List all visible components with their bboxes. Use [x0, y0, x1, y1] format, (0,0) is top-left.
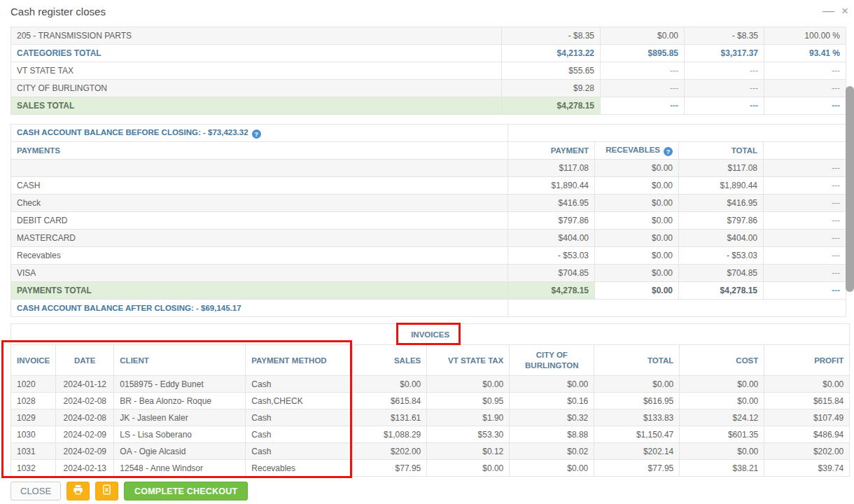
- table-cell: ---: [685, 97, 764, 115]
- categories-total-row: CATEGORIES TOTAL $4,213.22 $895.85 $3,31…: [11, 45, 846, 62]
- invoice-row: 1029 2024-02-08 JK - Jasleen Kaler Cash …: [11, 410, 850, 426]
- table-cell: ---: [764, 177, 846, 195]
- table-cell: 93.41 %: [764, 45, 846, 62]
- table-cell: 100.00 %: [764, 27, 846, 45]
- minimize-icon[interactable]: —: [822, 3, 834, 20]
- table-cell: $486.94: [764, 426, 850, 443]
- table-cell: $0.00: [680, 443, 764, 460]
- invoice-date: 2024-01-12: [56, 376, 114, 393]
- invoice-row: 1030 2024-02-09 LS - Lisa Soberano Cash …: [11, 426, 850, 443]
- table-cell: ---: [764, 97, 846, 115]
- footer-toolbar: CLOSE COMPLETE CHECKOUT: [10, 482, 248, 500]
- invoice-date: 2024-02-09: [56, 426, 114, 443]
- table-cell: $895.85: [601, 45, 685, 62]
- column-header: PAYMENTS: [11, 142, 508, 160]
- table-cell: $133.83: [594, 410, 680, 426]
- table-cell: $117.08: [679, 160, 764, 177]
- table-cell: $1,150.47: [594, 426, 680, 443]
- invoice-row: 1031 2024-02-09 OA - Ogie Alcasid Cash $…: [11, 443, 850, 460]
- category-label: VT STATE TAX: [11, 62, 502, 80]
- table-cell: $8.88: [510, 426, 594, 443]
- balance-after-text: CASH ACCOUNT BALANCE AFTER CLOSING: - $6…: [11, 300, 508, 317]
- invoice-client: 0158975 - Eddy Bunet: [114, 376, 246, 393]
- window-controls: — ×: [822, 3, 848, 20]
- table-row: Check $416.95 $0.00 $416.95 ---: [11, 195, 846, 212]
- vertical-scrollbar-thumb[interactable]: [846, 86, 854, 292]
- table-cell: $704.85: [508, 265, 595, 282]
- help-icon[interactable]: ?: [252, 130, 261, 139]
- table-cell: - $8.35: [502, 27, 601, 45]
- table-cell: $0.00: [595, 282, 679, 300]
- column-header: TOTAL: [679, 142, 764, 160]
- table-cell: $0.00: [595, 177, 679, 195]
- invoice-date: 2024-02-08: [56, 410, 114, 426]
- payments-table: CASH ACCOUNT BALANCE BEFORE CLOSING: - $…: [10, 124, 846, 317]
- table-cell: ---: [601, 80, 685, 97]
- column-header: DATE: [56, 345, 114, 376]
- table-cell: $39.74: [764, 460, 850, 477]
- payment-method-label: MASTERCARD: [11, 230, 508, 247]
- table-cell: ---: [764, 247, 846, 265]
- invoice-row: 1032 2024-02-13 12548 - Anne Windsor Rec…: [11, 460, 850, 477]
- table-cell: ---: [764, 62, 846, 80]
- table-cell: $0.00: [510, 376, 594, 393]
- recevables-header-label: RECEVABLES: [606, 146, 660, 154]
- table-cell: $202.00: [353, 443, 427, 460]
- table-cell: $404.00: [508, 230, 595, 247]
- table-row: 205 - TRANSMISSION PARTS - $8.35 $0.00 -…: [11, 27, 846, 45]
- invoices-header-row: INVOICE DATE CLIENT PAYMENT METHOD SALES…: [11, 345, 850, 376]
- export-excel-button[interactable]: [95, 482, 118, 500]
- complete-checkout-button[interactable]: COMPLETE CHECKOUT: [124, 482, 248, 500]
- column-header: SALES: [353, 345, 427, 376]
- column-header: TOTAL: [594, 345, 680, 376]
- table-cell: ---: [601, 62, 685, 80]
- payment-method-label: PAYMENTS TOTAL: [11, 282, 508, 300]
- sales-total-row: SALES TOTAL $4,278.15 --- --- ---: [11, 97, 846, 115]
- column-header: CLIENT: [114, 345, 246, 376]
- close-icon[interactable]: ×: [841, 3, 848, 20]
- table-cell: ---: [685, 62, 764, 80]
- payments-header-row: PAYMENTS PAYMENT RECEVABLES? TOTAL: [11, 142, 846, 160]
- table-row: CASH $1,890.44 $0.00 $1,890.44 ---: [11, 177, 846, 195]
- table-cell: $0.00: [595, 212, 679, 230]
- invoices-caption: INVOICES: [11, 324, 850, 345]
- table-cell: - $53.03: [679, 247, 764, 265]
- invoice-client: OA - Ogie Alcasid: [114, 443, 246, 460]
- table-cell: $615.84: [353, 393, 427, 410]
- invoice-number: 1028: [11, 393, 56, 410]
- invoices-caption-row: INVOICES: [11, 324, 850, 345]
- column-header: [764, 142, 846, 160]
- column-header: PAYMENT: [508, 142, 595, 160]
- table-cell: $202.00: [764, 443, 850, 460]
- table-cell: $601.35: [680, 426, 764, 443]
- column-header: COST: [680, 345, 764, 376]
- balance-before-label: CASH ACCOUNT BALANCE BEFORE CLOSING: - $…: [17, 128, 248, 136]
- help-icon[interactable]: ?: [664, 147, 673, 156]
- table-cell: $117.08: [508, 160, 595, 177]
- page-title: Cash register closes: [10, 6, 106, 18]
- table-cell: $1,088.29: [353, 426, 427, 443]
- payment-method-label: DEBIT CARD: [11, 212, 508, 230]
- invoice-payment-method: Cash: [246, 410, 353, 426]
- table-cell: $3,317.37: [685, 45, 764, 62]
- table-cell: $0.00: [427, 376, 510, 393]
- table-cell: $0.00: [680, 393, 764, 410]
- table-row: Recevables - $53.03 $0.00 - $53.03 ---: [11, 247, 846, 265]
- printer-icon: [73, 484, 83, 498]
- invoice-date: 2024-02-08: [56, 393, 114, 410]
- payment-method-label: Recevables: [11, 247, 508, 265]
- print-button[interactable]: [66, 482, 90, 500]
- table-cell: ---: [764, 195, 846, 212]
- table-cell: $404.00: [679, 230, 764, 247]
- close-button[interactable]: CLOSE: [10, 482, 61, 500]
- table-cell: $0.00: [595, 160, 679, 177]
- table-cell: $38.21: [680, 460, 764, 477]
- table-cell: ---: [601, 97, 685, 115]
- table-cell: $0.00: [353, 376, 427, 393]
- table-cell: $24.12: [680, 410, 764, 426]
- table-cell: $0.00: [764, 376, 850, 393]
- table-cell: $0.00: [595, 195, 679, 212]
- excel-file-icon: [102, 484, 112, 498]
- categories-table: 205 - TRANSMISSION PARTS - $8.35 $0.00 -…: [10, 27, 846, 115]
- table-row: DEBIT CARD $797.86 $0.00 $797.86 ---: [11, 212, 846, 230]
